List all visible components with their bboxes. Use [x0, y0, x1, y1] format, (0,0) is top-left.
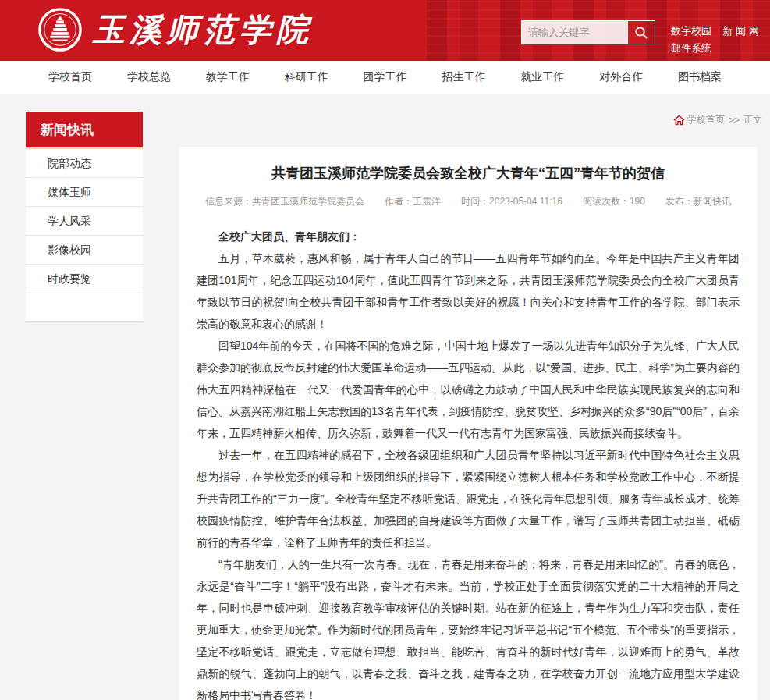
breadcrumb: 学校首页 >> 正文: [673, 113, 762, 126]
link-mail-system[interactable]: 邮件系统: [671, 40, 711, 57]
site-logo[interactable]: 玉溪师范学院: [37, 7, 313, 52]
article-meta: 信息来源：共青团玉溪师范学院委员会 作者：王震洋 时间：2023-05-04 1…: [197, 195, 740, 208]
news-sidebar: 新闻快讯 院部动态 媒体玉师 学人风采 影像校园 时政要览: [26, 112, 143, 322]
article-salutation: 全校广大团员、青年朋友们：: [197, 226, 740, 247]
breadcrumb-current: 正文: [743, 113, 762, 126]
site-banner: 玉溪师范学院 数字校园 新闻网 邮件系统: [0, 0, 770, 61]
quick-links: 数字校园 新闻网 邮件系统: [671, 23, 762, 57]
nav-item-employment[interactable]: 就业工作: [520, 70, 564, 84]
sidebar-item-blank: [26, 293, 143, 322]
university-name: 玉溪师范学院: [93, 9, 313, 52]
university-seal-icon: [37, 7, 83, 52]
nav-item-teaching[interactable]: 教学工作: [206, 70, 250, 84]
article-title: 共青团玉溪师范学院委员会致全校广大青年“五四”青年节的贺信: [197, 164, 740, 183]
nav-item-overview[interactable]: 学校总览: [127, 70, 171, 84]
main-nav: 学校首页 学校总览 教学工作 科研工作 团学工作 招生工作 就业工作 对外合作 …: [0, 61, 770, 94]
search-icon: [634, 26, 648, 40]
meta-author: 作者：王震洋: [385, 195, 441, 208]
nav-item-research[interactable]: 科研工作: [285, 70, 328, 84]
nav-item-admissions[interactable]: 招生工作: [442, 70, 485, 84]
article-paragraph: 过去一年，在五四精神的感召下，全校各级团组织和广大团员青年坚持以习近平新时代中国…: [197, 444, 740, 553]
sidebar-item-departments[interactable]: 院部动态: [26, 149, 143, 178]
link-news-net[interactable]: 新闻网: [722, 23, 762, 40]
article-body: 全校广大团员、青年朋友们： 五月，草木葳蕤，惠风和畅，属于青年人自己的节日——五…: [197, 226, 740, 700]
meta-views: 阅读次数：190: [583, 195, 645, 208]
sidebar-item-campus-images[interactable]: 影像校园: [26, 236, 143, 265]
nav-item-library[interactable]: 图书档案: [678, 70, 722, 84]
sidebar-item-politics[interactable]: 时政要览: [26, 265, 143, 293]
meta-publish: 发布：新闻快讯: [665, 195, 731, 208]
sidebar-item-scholars[interactable]: 学人风采: [26, 207, 143, 236]
breadcrumb-home[interactable]: 学校首页: [687, 113, 725, 126]
article-paragraph: “青年朋友们，人的一生只有一次青春。现在，青春是用来奋斗的；将来，青春是用来回忆…: [197, 553, 740, 700]
link-digital-campus[interactable]: 数字校园: [671, 23, 711, 40]
main-area: 新闻快讯 院部动态 媒体玉师 学人风采 影像校园 时政要览 学校首页 >> 正文…: [0, 94, 770, 700]
site-search: [521, 20, 655, 44]
home-icon: [673, 115, 685, 126]
search-button[interactable]: [627, 21, 655, 44]
sidebar-item-media[interactable]: 媒体玉师: [26, 178, 143, 207]
nav-item-league[interactable]: 团学工作: [364, 70, 407, 84]
meta-source: 信息来源：共青团玉溪师范学院委员会: [205, 195, 364, 208]
search-input[interactable]: [522, 21, 627, 44]
article-card: 共青团玉溪师范学院委员会致全校广大青年“五四”青年节的贺信 信息来源：共青团玉溪…: [179, 147, 757, 700]
nav-item-home[interactable]: 学校首页: [48, 70, 92, 84]
meta-time: 时间：2023-05-04 11:16: [461, 195, 562, 208]
article-paragraph: 回望104年前的今天，在国将不国的危难之际，中国土地上爆发了一场以先进青年知识分…: [197, 335, 740, 444]
article-paragraph: 五月，草木葳蕤，惠风和畅，属于青年人自己的节日——五四青年节如约而至。今年是中国…: [197, 247, 740, 335]
nav-item-cooperation[interactable]: 对外合作: [599, 70, 643, 84]
breadcrumb-separator: >>: [729, 115, 740, 126]
sidebar-title: 新闻快讯: [26, 112, 143, 149]
